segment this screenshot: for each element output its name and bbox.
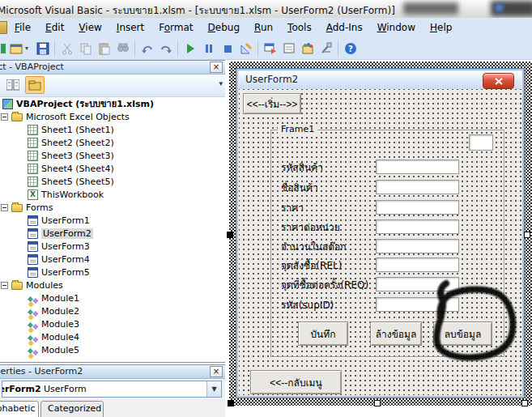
view-excel-icon[interactable] <box>0 40 6 57</box>
redo-icon[interactable] <box>156 40 175 57</box>
insert-object-dropdown-icon[interactable]: ▾ <box>25 45 33 52</box>
collapse-icon[interactable] <box>1 113 8 121</box>
tree-item[interactable]: UserForm1 <box>0 214 225 227</box>
resize-handle-bottom-right[interactable] <box>521 400 528 406</box>
frame1-label: Frame1 <box>278 124 317 134</box>
excel-sheet-icon <box>28 177 38 187</box>
menu-addins[interactable]: Add-Ins <box>319 19 370 36</box>
tree-item[interactable]: Sheet5 (Sheet5) <box>0 175 225 188</box>
window-titlebar: Microsoft Visual Basic - ระบบขาย1.xlsm -… <box>0 0 532 19</box>
tree-item[interactable]: Module5 <box>0 343 225 356</box>
menu-edit[interactable]: Edit <box>38 19 71 36</box>
folder-icon <box>11 204 23 212</box>
field-label: รหัส(supID) <box>281 297 334 313</box>
close-icon[interactable]: × <box>210 62 223 73</box>
svg-text:?: ? <box>348 45 353 53</box>
copy-icon[interactable] <box>76 40 95 57</box>
view-code-icon[interactable] <box>3 76 23 94</box>
menu-bar: File Edit View Insert Format Debug Run T… <box>0 18 532 37</box>
break-icon[interactable] <box>199 40 218 57</box>
field-textbox-product-code[interactable] <box>376 160 459 174</box>
reset-icon[interactable] <box>218 40 236 57</box>
field-textbox-req[interactable] <box>376 277 459 291</box>
menu-insert[interactable]: Insert <box>109 19 151 36</box>
project-panel-title: Project - VBAProject <box>0 61 64 74</box>
cut-icon[interactable] <box>57 40 76 57</box>
tree-item[interactable]: VBAProject (ระบบขาย1.xlsm) <box>0 97 225 110</box>
toolbox-icon[interactable] <box>298 40 317 57</box>
field-textbox-product-name[interactable] <box>376 180 459 194</box>
resize-handle-bottom-center[interactable] <box>374 400 381 406</box>
properties-window-icon[interactable] <box>279 40 298 57</box>
tree-item[interactable]: Modules <box>0 279 225 291</box>
field-textbox-supid[interactable] <box>376 297 459 312</box>
resize-handle-right[interactable] <box>524 232 530 238</box>
menu-file[interactable]: File <box>7 19 38 36</box>
tree-item[interactable]: Module3 <box>0 317 225 330</box>
field-textbox-price[interactable] <box>376 200 459 215</box>
tree-item[interactable]: ThisWorkbook <box>0 188 225 201</box>
toggle-folders-icon[interactable] <box>25 76 45 94</box>
tab-categorized[interactable]: Categorized <box>40 401 104 417</box>
undo-icon[interactable] <box>138 40 156 57</box>
paste-icon[interactable] <box>95 40 113 57</box>
chevron-down-icon[interactable]: ▼ <box>206 381 221 397</box>
start-button[interactable]: <<--เริ่ม-->> <box>243 93 301 114</box>
userform-body: <<--เริ่ม-->> Frame1 รหัสสินค้า ชื่อสินค… <box>239 89 521 395</box>
menu-help[interactable]: Help <box>423 19 459 36</box>
project-explorer-icon[interactable] <box>261 40 279 57</box>
tree-item[interactable]: Sheet3 (Sheet3) <box>0 149 225 162</box>
menu-run[interactable]: Run <box>247 19 280 36</box>
field-textbox-unit-price[interactable] <box>376 219 459 234</box>
tree-item[interactable]: Microsoft Excel Objects <box>0 110 225 123</box>
frame1-group[interactable]: Frame1 รหัสสินค้า ชื่อสินค้า ราคา ราคาต่… <box>270 130 504 357</box>
save-record-button[interactable]: บันทึก <box>298 321 348 346</box>
object-browser-icon[interactable] <box>317 40 335 57</box>
clear-data-button[interactable]: ล้างข้อมูล <box>370 321 422 346</box>
blurred-app-icon <box>496 4 503 11</box>
small-textbox[interactable] <box>469 134 493 151</box>
menu-view[interactable]: View <box>71 19 109 36</box>
mdi-child-icon <box>0 21 7 34</box>
object-combobox[interactable]: UserForm2 UserForm ▼ <box>2 381 222 398</box>
help-icon[interactable]: ? <box>341 40 360 57</box>
tree-item[interactable]: UserForm3 <box>0 240 225 253</box>
back-to-menu-button[interactable]: <<--กลับเมนู <box>250 370 342 394</box>
userform-titlebar[interactable]: UserForm2 <box>239 71 521 90</box>
excel-sheet-icon <box>28 164 38 174</box>
tree-item[interactable]: Sheet4 (Sheet4) <box>0 162 225 175</box>
field-textbox-rel[interactable] <box>376 257 459 272</box>
menu-format[interactable]: Format <box>151 19 200 36</box>
run-icon[interactable] <box>181 40 199 57</box>
collapse-icon[interactable] <box>1 204 8 211</box>
tree-item[interactable]: Sheet1 (Sheet1) <box>0 123 225 136</box>
tree-item[interactable]: Module2 <box>0 304 225 317</box>
tree-item[interactable]: Sheet2 (Sheet2) <box>0 136 225 149</box>
close-icon[interactable] <box>483 73 514 89</box>
resize-handle-left[interactable] <box>227 232 233 238</box>
menu-window[interactable]: Window <box>370 19 423 36</box>
save-icon[interactable] <box>33 40 52 57</box>
collapse-icon[interactable] <box>1 282 8 289</box>
tree-item[interactable]: UserForm5 <box>0 266 225 279</box>
workbook-icon <box>28 189 38 200</box>
find-icon[interactable] <box>113 40 132 57</box>
delete-data-button[interactable]: ลบข้อมูล <box>433 321 492 346</box>
resize-handle-bottom-left[interactable] <box>228 400 234 406</box>
field-label: ชื่อสินค้า <box>281 180 318 195</box>
panel-options-dropdown-icon[interactable]: ▾ <box>219 79 223 87</box>
tab-alphabetic[interactable]: Alphabetic <box>0 401 39 417</box>
field-textbox-stock-qty[interactable] <box>376 239 459 253</box>
tree-item[interactable]: Forms <box>0 201 225 214</box>
design-mode-icon[interactable] <box>236 40 255 57</box>
tree-item[interactable]: Module4 <box>0 330 225 343</box>
tree-item[interactable]: Module1 <box>0 291 225 304</box>
userform-designer-window: UserForm2 <<--เริ่ม-->> Frame1 รหัสสินค้… <box>236 68 525 398</box>
menu-debug[interactable]: Debug <box>201 19 247 36</box>
tree-item[interactable]: UserForm4 <box>0 253 225 266</box>
menu-tools[interactable]: Tools <box>280 19 319 36</box>
insert-userform-icon[interactable] <box>6 40 25 57</box>
close-icon[interactable]: × <box>210 366 223 377</box>
tree-item-selected[interactable]: UserForm2 <box>0 227 225 240</box>
object-combobox-text: UserForm2 UserForm <box>2 381 87 397</box>
